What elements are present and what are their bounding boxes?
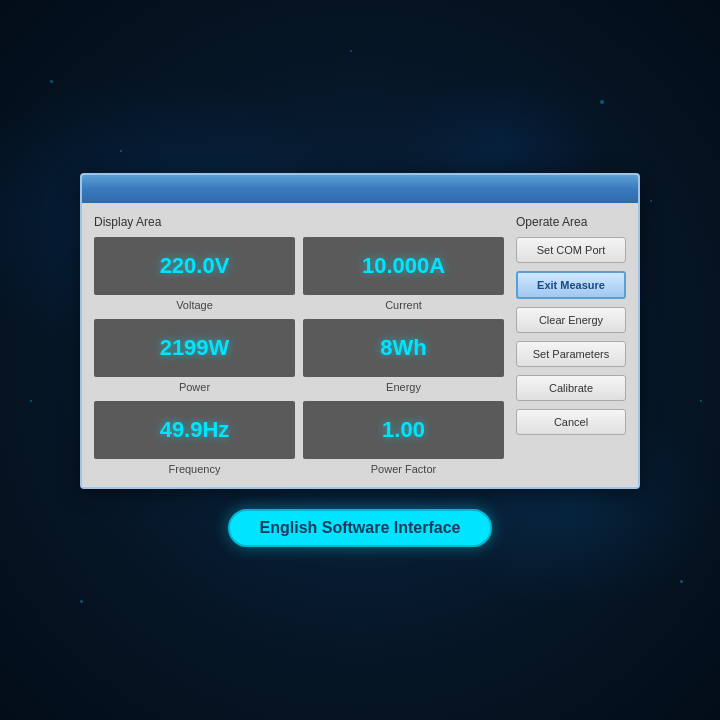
set-com-port-button[interactable]: Set COM Port <box>516 237 626 263</box>
bg-dot <box>350 50 352 52</box>
metric-name: Energy <box>386 381 421 393</box>
bg-dot <box>120 150 122 152</box>
metric-block-current: 10.000ACurrent <box>303 237 504 311</box>
metric-display: 1.00 <box>303 401 504 459</box>
metric-block-voltage: 220.0VVoltage <box>94 237 295 311</box>
bg-dot <box>680 580 683 583</box>
metric-name: Current <box>385 299 422 311</box>
title-bar <box>82 175 638 203</box>
operate-area: Operate Area Set COM PortExit MeasureCle… <box>516 215 626 475</box>
metric-block-energy: 8WhEnergy <box>303 319 504 393</box>
bottom-label: English Software Interface <box>228 509 493 547</box>
calibrate-button[interactable]: Calibrate <box>516 375 626 401</box>
metric-display: 220.0V <box>94 237 295 295</box>
metric-name: Power Factor <box>371 463 436 475</box>
metrics-grid: 220.0VVoltage10.000ACurrent2199WPower8Wh… <box>94 237 504 475</box>
bg-dot <box>700 400 702 402</box>
metric-block-frequency: 49.9HzFrequency <box>94 401 295 475</box>
metric-value: 220.0V <box>160 253 230 279</box>
metric-value: 8Wh <box>380 335 426 361</box>
bg-dot <box>30 400 32 402</box>
bg-dot <box>600 100 604 104</box>
metric-display: 8Wh <box>303 319 504 377</box>
cancel-button[interactable]: Cancel <box>516 409 626 435</box>
metric-name: Power <box>179 381 210 393</box>
operate-buttons: Set COM PortExit MeasureClear EnergySet … <box>516 237 626 435</box>
window-content: Display Area 220.0VVoltage10.000ACurrent… <box>82 203 638 487</box>
metric-display: 2199W <box>94 319 295 377</box>
metric-name: Voltage <box>176 299 213 311</box>
set-parameters-button[interactable]: Set Parameters <box>516 341 626 367</box>
clear-energy-button[interactable]: Clear Energy <box>516 307 626 333</box>
bg-dot <box>650 200 652 202</box>
metric-display: 49.9Hz <box>94 401 295 459</box>
app-window: Display Area 220.0VVoltage10.000ACurrent… <box>80 173 640 489</box>
bg-dot <box>80 600 83 603</box>
metric-value: 2199W <box>160 335 230 361</box>
metric-display: 10.000A <box>303 237 504 295</box>
metric-block-power-factor: 1.00Power Factor <box>303 401 504 475</box>
exit-measure-button[interactable]: Exit Measure <box>516 271 626 299</box>
bg-dot <box>50 80 53 83</box>
metric-name: Frequency <box>169 463 221 475</box>
main-container: Display Area 220.0VVoltage10.000ACurrent… <box>80 173 640 547</box>
metric-value: 1.00 <box>382 417 425 443</box>
metric-value: 49.9Hz <box>160 417 230 443</box>
display-area: Display Area 220.0VVoltage10.000ACurrent… <box>94 215 504 475</box>
metric-block-power: 2199WPower <box>94 319 295 393</box>
metric-value: 10.000A <box>362 253 445 279</box>
display-area-label: Display Area <box>94 215 504 229</box>
operate-area-label: Operate Area <box>516 215 626 229</box>
